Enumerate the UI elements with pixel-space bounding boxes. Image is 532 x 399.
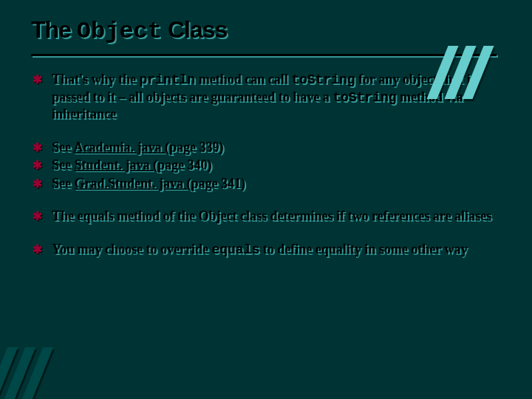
bullet-3: ✱ See Student. java (page 340) [52, 157, 502, 174]
code-text: toString [332, 90, 396, 105]
asterisk-icon: ✱ [33, 209, 42, 224]
text: See [52, 176, 75, 191]
text: See [52, 140, 74, 154]
asterisk-icon: ✱ [33, 242, 42, 257]
text: See [52, 157, 75, 172]
code-text: toString [291, 72, 355, 87]
text: (page 339) [165, 140, 224, 154]
bullet-5: ✱ The equals method of the Object class … [52, 208, 502, 225]
text: (page 340) [153, 157, 212, 172]
page-title: The Object Class The Object Class [31, 16, 532, 45]
bullet-4: ✱ See Grad.Student. java (page 341) [52, 175, 502, 192]
bullet-6: ✱ You may choose to override equals to d… [52, 241, 502, 259]
link-text: Grad.Student. java [75, 176, 187, 191]
text: You may choose to override [52, 242, 211, 256]
asterisk-icon: ✱ [33, 177, 42, 191]
text: That's why the [52, 72, 140, 86]
title-mono: Object [77, 18, 162, 45]
decor-stripes-bottom-left [0, 347, 41, 399]
text: to define equality in some other way [259, 242, 467, 256]
code-text: equals [211, 242, 259, 257]
text: method can call [195, 72, 291, 86]
asterisk-icon: ✱ [33, 158, 42, 173]
title-post: Class [162, 16, 227, 43]
link-text: Academia. java [74, 140, 165, 154]
asterisk-icon: ✱ [33, 72, 42, 87]
text: The equals method of the Object class de… [52, 208, 491, 223]
text: (page 341) [187, 176, 246, 191]
bullet-2: ✱ See Academia. java (page 339) [52, 139, 502, 156]
asterisk-icon: ✱ [33, 140, 42, 155]
decor-stripes-top-right [437, 46, 483, 99]
link-text: Student. java [75, 157, 154, 172]
title-pre: The [31, 16, 77, 43]
code-text: println [140, 72, 196, 87]
title-area: The Object Class The Object Class [0, 0, 532, 51]
